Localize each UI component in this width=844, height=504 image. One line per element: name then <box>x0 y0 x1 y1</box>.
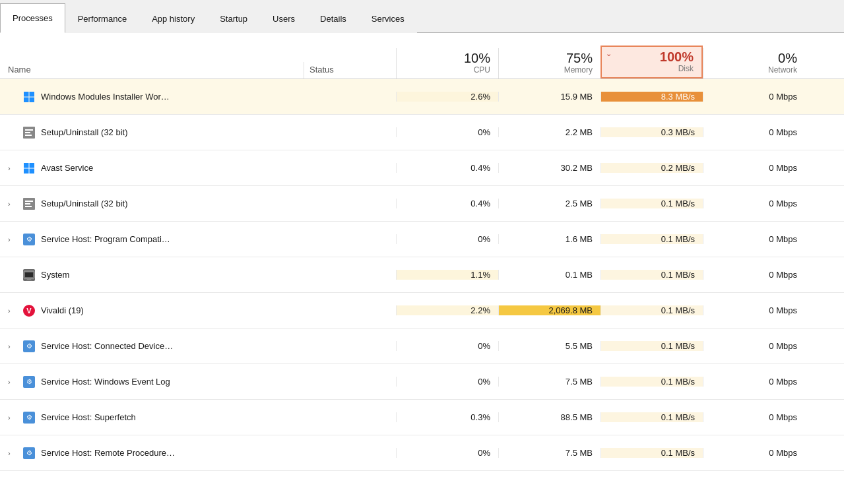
svg-rect-1 <box>30 92 35 97</box>
table-row[interactable]: › ⚙ Service Host: Remote Procedure… 0% 7… <box>0 435 844 471</box>
process-name: Vivaldi (19) <box>41 305 84 315</box>
cell-disk: 8.3 MB/s <box>601 92 703 102</box>
cell-disk: 0.1 MB/s <box>601 199 703 208</box>
cell-network: 0 Mbps <box>703 127 805 137</box>
process-name: Service Host: Windows Event Log <box>41 377 170 387</box>
cell-name: › ⚙ Service Host: Remote Procedure… <box>0 447 304 460</box>
process-name: Service Host: Superfetch <box>41 412 136 422</box>
process-name: Service Host: Program Compati… <box>41 234 170 244</box>
svg-rect-18 <box>27 278 31 280</box>
expand-arrow[interactable]: › <box>8 414 17 422</box>
expand-arrow[interactable]: › <box>8 342 17 350</box>
cell-cpu: 0% <box>396 234 498 244</box>
expand-arrow[interactable]: › <box>8 307 17 315</box>
process-name: System <box>41 270 69 280</box>
cell-disk: 0.1 MB/s <box>601 412 703 422</box>
svg-rect-13 <box>25 201 33 202</box>
table-row[interactable]: › ⚙ Service Host: Program Compati… 0% 1.… <box>0 222 844 257</box>
gear-icon: ⚙ <box>23 447 35 459</box>
cell-cpu: 0.3% <box>396 412 498 422</box>
windows-icon <box>23 91 35 103</box>
process-name: Windows Modules Installer Wor… <box>41 92 170 102</box>
tab-services[interactable]: Services <box>359 3 417 33</box>
process-icon: ⚙ <box>22 375 36 389</box>
svg-rect-7 <box>25 135 32 136</box>
cell-name: System <box>0 268 304 282</box>
cell-name: Setup/Uninstall (32 bit) <box>0 126 304 139</box>
cell-name: › ⚙ Service Host: Superfetch <box>0 411 304 424</box>
table-row[interactable]: › Avast Service 0.4% 30.2 MB 0.2 MB/s 0 … <box>0 150 844 186</box>
col-header-memory[interactable]: 75% Memory <box>498 48 601 79</box>
process-icon <box>22 126 36 139</box>
tab-app-history[interactable]: App history <box>139 3 207 33</box>
cell-name: Windows Modules Installer Wor… <box>0 90 304 104</box>
svg-rect-17 <box>25 272 33 277</box>
table-row[interactable]: › Setup/Uninstall (32 bit) 0.4% 2.5 MB 0… <box>0 186 844 222</box>
cell-cpu: 2.6% <box>396 92 498 102</box>
svg-rect-2 <box>24 97 29 102</box>
expand-arrow[interactable]: › <box>8 378 17 386</box>
tab-startup[interactable]: Startup <box>207 3 260 33</box>
process-name: Service Host: Connected Device… <box>41 341 173 351</box>
cell-cpu: 0% <box>396 341 498 351</box>
expand-arrow[interactable]: › <box>8 449 17 457</box>
table-row[interactable]: System 1.1% 0.1 MB 0.1 MB/s 0 Mbps <box>0 257 844 293</box>
setup-icon <box>23 127 35 139</box>
cell-memory: 2.2 MB <box>498 127 601 137</box>
cell-memory: 30.2 MB <box>498 163 601 173</box>
vivaldi-icon: V <box>23 305 35 317</box>
svg-rect-10 <box>24 168 29 173</box>
tab-performance[interactable]: Performance <box>65 3 139 33</box>
process-icon: ⚙ <box>22 233 36 246</box>
table-row[interactable]: › V Vivaldi (19) 2.2% 2,069.8 MB 0.1 MB/… <box>0 293 844 329</box>
col-header-name[interactable]: Name <box>0 62 304 79</box>
table-row[interactable]: › ⚙ Service Host: Connected Device… 0% 5… <box>0 329 844 364</box>
process-icon: ⚙ <box>22 411 36 424</box>
cell-memory: 15.9 MB <box>498 92 601 102</box>
system-icon <box>23 269 35 281</box>
tab-processes[interactable]: Processes <box>0 3 65 33</box>
expand-arrow[interactable]: › <box>8 164 17 172</box>
cell-name: › Setup/Uninstall (32 bit) <box>0 197 304 210</box>
tab-details[interactable]: Details <box>308 3 359 33</box>
cell-network: 0 Mbps <box>703 163 805 173</box>
cell-network: 0 Mbps <box>703 270 805 280</box>
cell-memory: 7.5 MB <box>498 448 601 458</box>
cell-disk: 0.1 MB/s <box>601 305 703 315</box>
process-name: Service Host: Remote Procedure… <box>41 448 175 458</box>
process-icon <box>22 90 36 104</box>
svg-rect-8 <box>24 163 29 168</box>
table-row[interactable]: Setup/Uninstall (32 bit) 0% 2.2 MB 0.3 M… <box>0 115 844 150</box>
cell-network: 0 Mbps <box>703 234 805 244</box>
cell-name: › Avast Service <box>0 162 304 175</box>
col-header-status[interactable]: Status <box>304 62 396 79</box>
cell-disk: 0.1 MB/s <box>601 377 703 387</box>
svg-rect-14 <box>25 203 30 205</box>
column-headers: Name Status 10% CPU 75% Memory ⌄ 100% Di… <box>0 33 844 79</box>
table-row[interactable]: › ⚙ Service Host: Superfetch 0.3% 88.5 M… <box>0 400 844 435</box>
tab-users[interactable]: Users <box>260 3 308 33</box>
process-table-body: Windows Modules Installer Wor… 2.6% 15.9… <box>0 79 844 504</box>
cell-memory: 7.5 MB <box>498 377 601 387</box>
cell-disk: 0.1 MB/s <box>601 448 703 458</box>
col-header-disk[interactable]: ⌄ 100% Disk <box>601 46 703 79</box>
process-name: Setup/Uninstall (32 bit) <box>41 127 128 137</box>
cell-memory: 2.5 MB <box>498 199 601 208</box>
cell-network: 0 Mbps <box>703 305 805 315</box>
col-header-cpu[interactable]: 10% CPU <box>396 48 498 79</box>
col-header-network[interactable]: 0% Network <box>703 48 805 79</box>
gear-icon: ⚙ <box>23 234 35 245</box>
svg-rect-6 <box>25 132 30 133</box>
expand-arrow[interactable]: › <box>8 236 17 243</box>
table-row[interactable]: › ⚙ Service Host: Windows Event Log 0% 7… <box>0 364 844 400</box>
process-icon: V <box>22 304 36 317</box>
svg-rect-9 <box>30 163 35 168</box>
windows-icon <box>23 162 35 174</box>
expand-arrow[interactable]: › <box>8 200 17 208</box>
cell-network: 0 Mbps <box>703 448 805 458</box>
cell-cpu: 2.2% <box>396 305 498 315</box>
tab-bar: Processes Performance App history Startu… <box>0 0 844 33</box>
table-row[interactable]: Windows Modules Installer Wor… 2.6% 15.9… <box>0 79 844 115</box>
svg-rect-11 <box>30 168 35 173</box>
svg-rect-5 <box>25 129 33 131</box>
